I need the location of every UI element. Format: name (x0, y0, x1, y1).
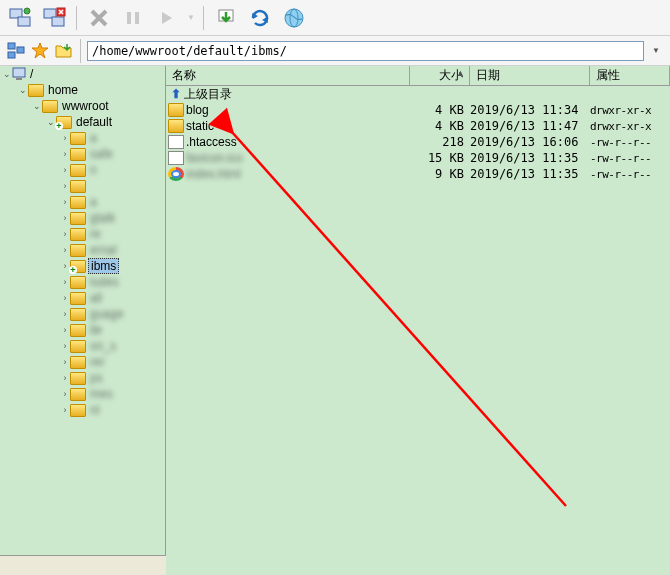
path-input[interactable] (87, 41, 644, 61)
folder-icon (70, 308, 86, 321)
expand-icon[interactable]: › (60, 293, 70, 303)
expand-icon[interactable]: › (60, 309, 70, 319)
expand-icon[interactable]: › (60, 405, 70, 415)
connect-icon[interactable] (6, 4, 34, 32)
bookmark-star-icon[interactable] (30, 41, 50, 61)
svg-rect-1 (18, 17, 30, 26)
disconnect-icon[interactable] (40, 4, 68, 32)
refresh-icon[interactable] (246, 4, 274, 32)
tree-node[interactable]: ›on_s (0, 338, 165, 354)
column-headers: 名称 大小 日期 属性 ▲ (166, 66, 670, 86)
folder-icon (70, 276, 86, 289)
column-name-header[interactable]: 名称 (166, 66, 410, 85)
file-size: 218 (410, 135, 470, 149)
expand-icon[interactable]: › (60, 373, 70, 383)
folder-icon (70, 148, 86, 161)
chrome-icon (168, 167, 184, 181)
folder-icon (70, 404, 86, 417)
tree-node[interactable]: ›rer (0, 354, 165, 370)
expand-icon[interactable]: › (60, 357, 70, 367)
sync-down-icon[interactable] (212, 4, 240, 32)
play-dropdown-icon[interactable]: ▼ (187, 13, 195, 22)
toolbar-divider (80, 39, 81, 63)
tree-node[interactable]: ›ludes (0, 274, 165, 290)
file-row[interactable]: index.html9 KB2019/6/13 11:35-rw-r--r-- (166, 166, 670, 182)
svg-point-2 (24, 8, 30, 14)
toolbar-divider (76, 6, 77, 30)
tree-node[interactable]: ⌄wwwroot (0, 98, 165, 114)
file-name: .htaccess (186, 135, 237, 149)
tree-label: ludes (88, 275, 121, 289)
tree-node[interactable]: ›mes (0, 386, 165, 402)
column-date-header[interactable]: 日期 (470, 66, 590, 85)
tree-node[interactable]: ›n (0, 162, 165, 178)
path-dropdown-icon[interactable]: ▼ (648, 46, 664, 55)
tree-node[interactable]: ⌄home (0, 82, 165, 98)
status-bar (0, 555, 166, 575)
parent-dir-label: 上级目录 (184, 86, 232, 103)
tree-node[interactable]: ›a (0, 130, 165, 146)
folder-icon (28, 84, 44, 97)
expand-icon[interactable]: ⌄ (32, 101, 42, 111)
file-row[interactable]: favicon.ico15 KB2019/6/13 11:35-rw-r--r-… (166, 150, 670, 166)
cancel-icon[interactable] (85, 4, 113, 32)
tree-node[interactable]: ›ernal (0, 242, 165, 258)
up-arrow-icon: ⬆ (168, 87, 184, 101)
main-area: ⌄ / ⌄home⌄wwwroot⌄default›a›safe›n››a›gt… (0, 66, 670, 575)
column-attr-header[interactable]: 属性 (590, 66, 670, 85)
globe-icon[interactable] (280, 4, 308, 32)
expand-icon[interactable]: › (60, 181, 70, 191)
file-attr: drwxr-xr-x (590, 104, 670, 117)
expand-icon[interactable]: › (60, 165, 70, 175)
tree-node[interactable]: ›safe (0, 146, 165, 162)
file-icon (168, 151, 184, 165)
tree-node[interactable]: ›a (0, 194, 165, 210)
tree-label: mes (88, 387, 115, 401)
file-row[interactable]: blog4 KB2019/6/13 11:34drwxr-xr-x (166, 102, 670, 118)
expand-icon[interactable]: › (60, 229, 70, 239)
tree-node[interactable]: ›ps (0, 370, 165, 386)
folder-icon (168, 103, 184, 117)
expand-icon[interactable]: ⌄ (18, 85, 28, 95)
folder-icon (70, 228, 86, 241)
svg-rect-14 (13, 68, 25, 77)
open-folder-icon[interactable] (54, 41, 74, 61)
file-size: 4 KB (410, 119, 470, 133)
tree-node[interactable]: › (0, 178, 165, 194)
tree-root[interactable]: ⌄ / (0, 66, 165, 82)
folder-icon (70, 324, 86, 337)
file-row[interactable]: static4 KB2019/6/13 11:47drwxr-xr-x (166, 118, 670, 134)
expand-icon[interactable]: › (60, 197, 70, 207)
play-icon[interactable] (153, 4, 181, 32)
tree-node[interactable]: ⌄default (0, 114, 165, 130)
expand-icon[interactable]: › (60, 389, 70, 399)
pause-icon[interactable] (119, 4, 147, 32)
file-icon (168, 135, 184, 149)
tree-node[interactable]: ›gtalk (0, 210, 165, 226)
tree-expand-icon[interactable] (6, 41, 26, 61)
expand-icon[interactable]: ⌄ (2, 69, 12, 79)
expand-icon[interactable]: › (60, 277, 70, 287)
tree-node[interactable]: ›ile (0, 322, 165, 338)
tree-node[interactable]: ›all (0, 290, 165, 306)
expand-icon[interactable]: › (60, 149, 70, 159)
parent-dir-row[interactable]: ⬆ 上级目录 (166, 86, 670, 102)
expand-icon[interactable]: › (60, 341, 70, 351)
svg-rect-12 (8, 52, 15, 58)
folder-icon (70, 196, 86, 209)
tree-label: default (74, 115, 114, 129)
expand-icon[interactable]: › (60, 133, 70, 143)
expand-icon[interactable]: › (60, 245, 70, 255)
tree-label: ernal (88, 243, 119, 257)
tree-node[interactable]: ›nl (0, 402, 165, 418)
tree-node[interactable]: ›ibms (0, 258, 165, 274)
tree-node[interactable]: ›re (0, 226, 165, 242)
file-attr: drwxr-xr-x (590, 120, 670, 133)
expand-icon[interactable]: › (60, 325, 70, 335)
tree-node[interactable]: ›guage (0, 306, 165, 322)
file-row[interactable]: .htaccess2182019/6/13 16:06-rw-r--r-- (166, 134, 670, 150)
svg-rect-6 (127, 12, 131, 24)
folder-icon (70, 180, 86, 193)
tree-label: home (46, 83, 80, 97)
expand-icon[interactable]: › (60, 213, 70, 223)
